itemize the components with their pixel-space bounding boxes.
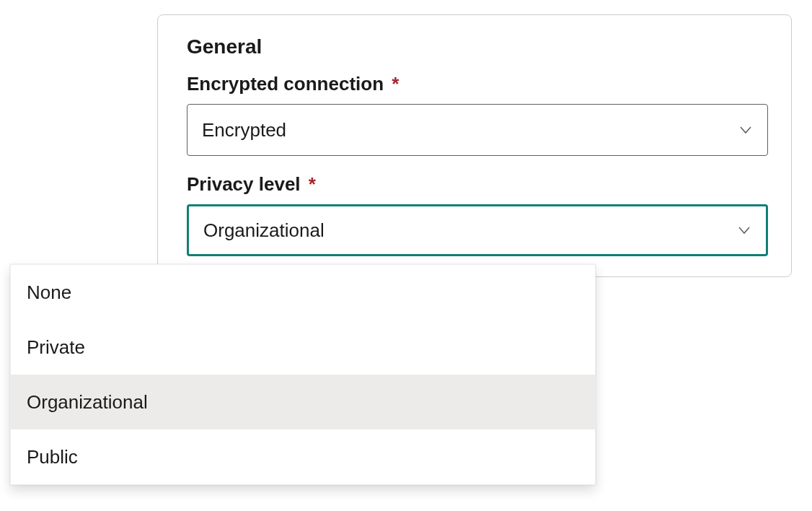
field-label-text: Privacy level — [187, 173, 301, 195]
field-label-text: Encrypted connection — [187, 73, 384, 95]
general-settings-panel: General Encrypted connection * Encrypted… — [157, 14, 792, 277]
privacy-level-dropdown[interactable]: Organizational — [187, 204, 768, 256]
chevron-down-icon — [738, 123, 753, 137]
encrypted-connection-value: Encrypted — [202, 119, 286, 141]
encrypted-connection-label: Encrypted connection * — [187, 73, 768, 95]
menu-item-public[interactable]: Public — [11, 429, 595, 484]
privacy-level-label: Privacy level * — [187, 173, 768, 196]
privacy-level-value: Organizational — [203, 219, 325, 242]
privacy-level-menu: NonePrivateOrganizationalPublic — [10, 264, 596, 485]
required-indicator: * — [392, 73, 399, 95]
required-indicator: * — [309, 173, 316, 195]
encrypted-connection-dropdown[interactable]: Encrypted — [187, 104, 768, 156]
menu-item-none[interactable]: None — [11, 265, 595, 320]
menu-item-private[interactable]: Private — [11, 320, 595, 375]
menu-item-organizational[interactable]: Organizational — [11, 375, 595, 429]
chevron-down-icon — [737, 223, 751, 237]
panel-title: General — [187, 35, 768, 58]
